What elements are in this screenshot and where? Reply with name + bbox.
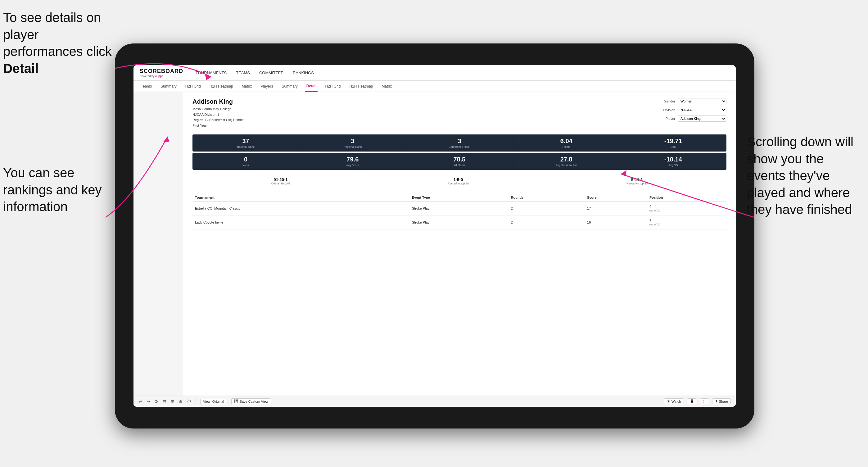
subnav-h2h-grid-2[interactable]: H2H Grid (324, 81, 342, 92)
top50-record-value: 5-11-1 (626, 177, 648, 182)
stat-avg-score: 79.6 Avg Score (299, 153, 406, 170)
division-select[interactable]: NJCAA I (678, 107, 726, 113)
points-value: 6.04 (516, 137, 617, 145)
sub-nav: Teams Summary H2H Grid H2H Heatmap Matri… (133, 81, 736, 92)
wins-label: Wins (195, 164, 297, 167)
nav-teams[interactable]: TEAMS (236, 69, 250, 77)
position-value-1: 4 (649, 205, 651, 208)
player-header: Addison King Mesa Community College NJCA… (192, 98, 726, 128)
col-empty (373, 194, 409, 201)
subnav-matrix-2[interactable]: Matrix (381, 81, 393, 92)
nav-tournaments[interactable]: TOURNAMENTS (195, 69, 227, 77)
gender-select[interactable]: Women (678, 98, 726, 104)
subnav-h2h-heatmap-2[interactable]: H2H Heatmap (348, 81, 374, 92)
avg-score-par-label: Avg Score to Par (516, 164, 617, 167)
table-row[interactable]: Lady Coyote Invite Stroke Play 2 16 7 ou… (192, 216, 726, 229)
redo-icon[interactable]: ↪ (147, 399, 150, 404)
save-custom-button[interactable]: 💾 Save Custom View (231, 398, 271, 404)
adj-score-value: 78.5 (408, 156, 510, 163)
zoom-icon[interactable]: ⊞ (171, 399, 175, 404)
powered-by-text: Powered by clippd (140, 74, 183, 77)
player-select[interactable]: Addison King (678, 116, 726, 122)
overall-record: 91-20-1 Overall Record (271, 177, 290, 185)
player-control: Player Addison King (658, 116, 726, 122)
subnav-teams[interactable]: Teams (140, 81, 153, 92)
nav-rankings[interactable]: RANKINGS (293, 69, 314, 77)
division-label: Division (658, 108, 675, 112)
player-name: Addison King (192, 98, 243, 105)
stat-wins: 0 Wins (192, 153, 299, 170)
stats-row-2: 0 Wins 79.6 Avg Score 78.5 Adj Score 27.… (192, 153, 726, 170)
conference-rank-label: Conference Rank (408, 145, 510, 148)
device-button[interactable]: 📱 (687, 398, 697, 404)
subnav-h2h-grid-1[interactable]: H2H Grid (184, 81, 202, 92)
timer-icon[interactable]: ⏱ (187, 399, 191, 404)
subnav-detail[interactable]: Detail (305, 81, 318, 92)
zoom-in-icon[interactable]: ⊕ (179, 399, 183, 404)
wins-value: 0 (195, 156, 297, 163)
national-rank-value: 37 (195, 137, 297, 145)
division-control: Division NJCAA I (658, 107, 726, 113)
save-custom-label: Save Custom View (240, 400, 269, 403)
nav-committee[interactable]: COMMITTEE (259, 69, 283, 77)
regional-rank-value: 3 (302, 137, 403, 145)
gender-control: Gender Women (658, 98, 726, 104)
toolbar-separator-1 (195, 398, 196, 405)
player-region: Region 1 - Southwest (18) District (192, 117, 243, 123)
annotation-right: Scrolling down will show you the events … (747, 133, 865, 218)
refresh-icon[interactable]: ⟳ (155, 399, 158, 404)
player-year: First Year (192, 123, 243, 129)
col-rounds: Rounds (508, 194, 585, 201)
rounds-2: 2 (508, 216, 585, 229)
position-detail-2: out of 20 (649, 223, 660, 226)
share-label: Share (719, 400, 728, 403)
subnav-players[interactable]: Players (259, 81, 274, 92)
stat-adj-score: 78.5 Adj Score (406, 153, 513, 170)
undo-icon[interactable]: ↩ (138, 399, 142, 404)
stat-regional-rank: 3 Regional Rank (299, 134, 406, 152)
tournament-name-1: Estrella CC- Mountain Classic (192, 201, 409, 216)
col-event-type: Event Type (409, 194, 508, 201)
position-2: 7 out of 20 (647, 216, 726, 229)
content-area: Addison King Mesa Community College NJCA… (183, 92, 736, 396)
view-original-button[interactable]: View: Original (200, 399, 227, 404)
stat-avg-score-par: 27.8 Avg Score to Par (513, 153, 620, 170)
annotation-detail-bold: Detail (3, 61, 38, 76)
position-value-2: 7 (649, 219, 651, 222)
avg-sg-label: Avg SG (622, 164, 724, 167)
stats-row-1: 37 National Rank 3 Regional Rank 3 Confe… (192, 134, 726, 152)
stat-sos: -19.71 SoS (620, 134, 726, 152)
top-nav: SCOREBOARD Powered by clippd TOURNAMENTS… (133, 65, 736, 81)
view-original-label: View: Original (203, 400, 224, 403)
player-controls: Gender Women Division NJCAA I (658, 98, 726, 128)
adj-score-label: Adj Score (408, 164, 510, 167)
share-button[interactable]: ⬆ Share (712, 398, 731, 404)
subnav-h2h-heatmap-1[interactable]: H2H Heatmap (208, 81, 235, 92)
gender-label: Gender (658, 99, 675, 103)
watch-label: Watch (672, 400, 681, 403)
table-row[interactable]: Estrella CC- Mountain Classic Stroke Pla… (192, 201, 726, 216)
record-row: 91-20-1 Overall Record 1-5-0 Record vs t… (192, 175, 726, 188)
top25-record: 1-5-0 Record vs top 25 (448, 177, 469, 185)
rounds-1: 2 (508, 201, 585, 216)
zoom-out-icon[interactable]: ⊟ (163, 399, 166, 404)
tablet-frame: SCOREBOARD Powered by clippd TOURNAMENTS… (115, 43, 754, 429)
watch-button[interactable]: 👁 Watch (664, 398, 684, 404)
points-label: Points (516, 145, 617, 148)
subnav-matrix-1[interactable]: Matrix (241, 81, 253, 92)
stat-points: 6.04 Points (513, 134, 620, 152)
col-position: Position (647, 194, 726, 201)
player-school: Mesa Community College (192, 106, 243, 112)
logo-text: SCOREBOARD (140, 68, 183, 74)
tournament-name-2: Lady Coyote Invite (192, 216, 409, 229)
annotation-top-left: To see details on player performances cl… (3, 9, 121, 77)
subnav-summary-2[interactable]: Summary (280, 81, 299, 92)
sos-label: SoS (622, 145, 724, 148)
stat-conference-rank: 3 Conference Rank (406, 134, 513, 152)
score-1: 17 (585, 201, 647, 216)
fullscreen-button[interactable]: ⛶ (700, 398, 709, 404)
player-info: Addison King Mesa Community College NJCA… (192, 98, 243, 128)
sos-value: -19.71 (622, 137, 724, 145)
save-custom-icon: 💾 (234, 399, 239, 403)
subnav-summary[interactable]: Summary (159, 81, 178, 92)
